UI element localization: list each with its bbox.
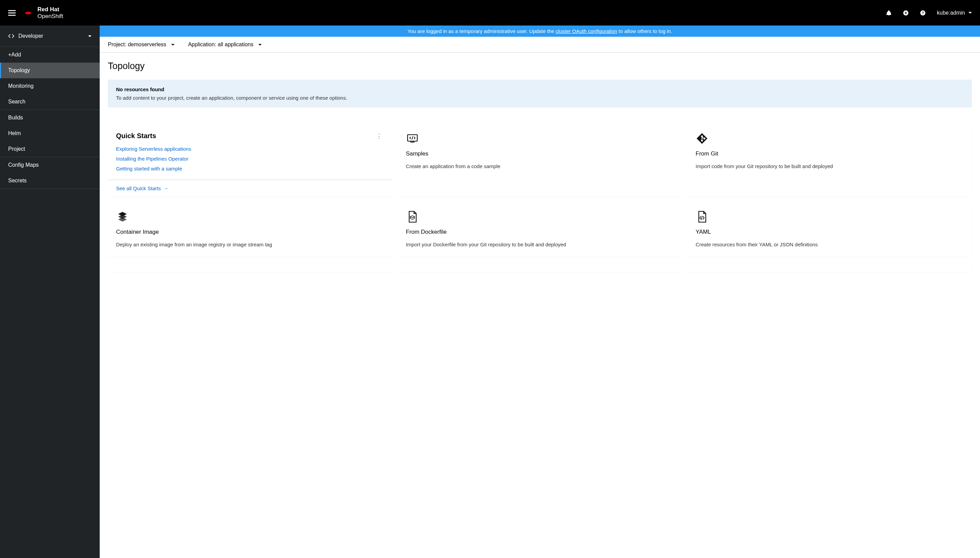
nav-item-monitoring[interactable]: Monitoring xyxy=(0,78,100,94)
card-description: Create resources from their YAML or JSON… xyxy=(696,241,964,249)
svg-text:?: ? xyxy=(922,11,924,15)
banner-link[interactable]: cluster OAuth configuration xyxy=(556,28,617,34)
question-circle-icon: ? xyxy=(920,10,926,16)
nav-item-project[interactable]: Project xyxy=(0,141,100,157)
nav-item-builds[interactable]: Builds xyxy=(0,110,100,126)
card-title: Container Image xyxy=(116,229,384,235)
card-description: Create an application from a code sample xyxy=(406,162,674,171)
project-label: Project: demoserverless xyxy=(108,41,166,48)
quickstarts-footer: See all Quick Starts → xyxy=(108,180,392,197)
catalog-card-partial[interactable] xyxy=(108,262,392,272)
top-bar: Red Hat OpenShift ? kube:admin xyxy=(0,0,980,26)
hamburger-icon xyxy=(8,9,16,17)
svg-rect-0 xyxy=(8,10,16,11)
help-button[interactable]: ? xyxy=(920,10,926,16)
context-bar: Project: demoserverless Application: all… xyxy=(100,37,980,53)
perspective-label: Developer xyxy=(18,33,84,39)
nav-item-helm[interactable]: Helm xyxy=(0,126,100,141)
catalog-card-yaml[interactable]: YAMLCreate resources from their YAML or … xyxy=(687,202,972,257)
quickstarts-links: Exploring Serverless applicationsInstall… xyxy=(116,146,384,171)
catalog-card-partial[interactable] xyxy=(398,262,682,272)
caret-down-icon xyxy=(969,12,972,14)
brand-logo[interactable]: Red Hat OpenShift xyxy=(23,6,63,20)
nav-section: Config MapsSecrets xyxy=(0,157,100,189)
nav-root: +AddTopologyMonitoringSearchBuildsHelmPr… xyxy=(0,47,100,189)
see-all-quickstarts-link[interactable]: See all Quick Starts → xyxy=(116,185,384,191)
content-area: You are logged in as a temporary adminis… xyxy=(100,26,980,558)
quickstart-link[interactable]: Installing the Pipelines Operator xyxy=(116,156,384,162)
plus-circle-icon xyxy=(903,10,909,16)
cards-grid: Quick Starts ⋮ Exploring Serverless appl… xyxy=(100,116,980,281)
banner-text-before: You are logged in as a temporary adminis… xyxy=(407,28,556,34)
info-box-title: No resources found xyxy=(116,87,964,92)
main-container: Developer +AddTopologyMonitoringSearchBu… xyxy=(0,26,980,558)
brand-text: Red Hat OpenShift xyxy=(38,6,63,20)
page-header: Topology xyxy=(100,53,980,80)
code-icon xyxy=(8,34,14,38)
nav-item-search[interactable]: Search xyxy=(0,94,100,110)
alert-banner: You are logged in as a temporary adminis… xyxy=(100,26,980,37)
caret-down-icon xyxy=(258,44,262,46)
application-label: Application: all applications xyxy=(188,41,253,48)
quickstarts-header: Quick Starts ⋮ xyxy=(116,132,384,140)
card-title: YAML xyxy=(696,229,964,235)
project-selector[interactable]: Project: demoserverless xyxy=(108,41,174,48)
page-header-wrapper: Topology No resources found To add conte… xyxy=(100,53,980,116)
hamburger-menu-button[interactable] xyxy=(8,9,16,17)
svg-rect-2 xyxy=(8,15,16,16)
username: kube:admin xyxy=(937,10,965,16)
topbar-right: ? kube:admin xyxy=(886,10,972,16)
card-description: Import code from your Git repository to … xyxy=(696,162,964,171)
nav-item-config-maps[interactable]: Config Maps xyxy=(0,157,100,173)
nav-item--add[interactable]: +Add xyxy=(0,47,100,62)
redhat-icon xyxy=(23,9,34,17)
bell-icon xyxy=(886,10,892,16)
catalog-card-container-image[interactable]: Container ImageDeploy an existing image … xyxy=(108,202,392,257)
card-title: Samples xyxy=(406,150,674,157)
caret-down-icon xyxy=(88,35,92,37)
card-description: Import your Dockerfile from your Git rep… xyxy=(406,241,674,249)
kebab-menu-button[interactable]: ⋮ xyxy=(374,132,384,140)
quickstart-link[interactable]: Getting started with a sample xyxy=(116,166,384,171)
nav-section: BuildsHelmProject xyxy=(0,110,100,157)
banner-text-after: to allow others to log in. xyxy=(617,28,672,34)
quickstart-link[interactable]: Exploring Serverless applications xyxy=(116,146,384,152)
nav-item-topology[interactable]: Topology xyxy=(0,62,100,78)
quickstarts-title: Quick Starts xyxy=(116,132,156,140)
arrow-right-icon: → xyxy=(164,186,168,191)
add-button[interactable] xyxy=(903,10,909,16)
caret-down-icon xyxy=(171,44,174,46)
info-box: No resources found To add content to you… xyxy=(108,80,972,108)
catalog-card-from-git[interactable]: From GitImport code from your Git reposi… xyxy=(687,124,972,197)
container-icon xyxy=(116,210,384,225)
brand-text-bottom: OpenShift xyxy=(38,13,63,20)
git-icon xyxy=(696,132,964,146)
see-all-label: See all Quick Starts xyxy=(116,185,161,191)
info-box-text: To add content to your project, create a… xyxy=(116,95,964,101)
perspective-switcher[interactable]: Developer xyxy=(0,26,100,47)
card-title: From Dockerfile xyxy=(406,229,674,235)
catalog-card-partial[interactable] xyxy=(687,262,972,272)
nav-item-secrets[interactable]: Secrets xyxy=(0,173,100,189)
application-selector[interactable]: Application: all applications xyxy=(188,41,262,48)
sidebar: Developer +AddTopologyMonitoringSearchBu… xyxy=(0,26,100,558)
brand-text-top: Red Hat xyxy=(38,6,63,13)
samples-icon xyxy=(406,132,674,146)
yaml-icon xyxy=(696,210,964,225)
dockerfile-icon xyxy=(406,210,674,225)
svg-rect-1 xyxy=(8,12,16,13)
nav-section: +AddTopologyMonitoringSearch xyxy=(0,47,100,110)
card-title: From Git xyxy=(696,150,964,157)
quickstarts-card: Quick Starts ⋮ Exploring Serverless appl… xyxy=(108,124,392,197)
user-menu[interactable]: kube:admin xyxy=(937,10,972,16)
catalog-card-from-dockerfile[interactable]: From DockerfileImport your Dockerfile fr… xyxy=(398,202,682,257)
page-title: Topology xyxy=(108,61,972,71)
catalog-card-samples[interactable]: SamplesCreate an application from a code… xyxy=(398,124,682,197)
notifications-button[interactable] xyxy=(886,10,892,16)
svg-rect-8 xyxy=(410,142,414,143)
card-description: Deploy an existing image from an image r… xyxy=(116,241,384,249)
